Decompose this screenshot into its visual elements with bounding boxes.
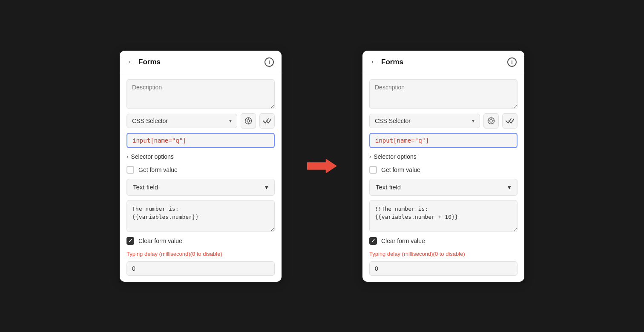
left-typing-delay-label: Typing delay (millisecond)(0 to disable): [126, 250, 275, 257]
right-css-selector-dropdown[interactable]: CSS Selector ▾: [369, 114, 480, 128]
right-panel-header: ← Forms i: [362, 51, 524, 73]
right-selector-options-chevron[interactable]: ›: [369, 153, 371, 160]
right-text-field-chevron-icon: ▾: [508, 183, 511, 191]
right-info-button[interactable]: i: [507, 57, 517, 67]
left-clear-form-row: Clear form value: [126, 236, 275, 246]
left-clear-form-checkbox[interactable]: [126, 237, 134, 245]
right-delay-input[interactable]: [369, 261, 518, 276]
left-get-form-row: Get form value: [126, 165, 275, 175]
right-value-textarea[interactable]: !!The number is: {{variables.number + 10…: [369, 200, 518, 232]
right-get-form-label: Get form value: [381, 166, 420, 173]
left-css-selector-dropdown[interactable]: CSS Selector ▾: [126, 114, 237, 128]
left-back-button[interactable]: ←: [127, 57, 135, 66]
left-delay-input[interactable]: [126, 261, 275, 276]
right-chevron-down-icon: ▾: [472, 118, 474, 124]
right-text-field-dropdown[interactable]: Text field ▾: [369, 179, 518, 196]
left-panel-body: CSS Selector ▾: [120, 73, 282, 282]
right-selector-options-label: Selector options: [374, 153, 416, 160]
right-css-selector-label: CSS Selector: [375, 117, 411, 124]
right-verify-button[interactable]: [502, 113, 518, 129]
left-clear-form-label: Clear form value: [138, 238, 182, 244]
arrow-container: [307, 155, 337, 177]
left-selector-options-chevron[interactable]: ›: [126, 153, 128, 160]
left-text-field-dropdown[interactable]: Text field ▾: [126, 179, 275, 196]
main-container: ← Forms i CSS Selector ▾: [0, 34, 644, 299]
right-panel-body: CSS Selector ▾: [362, 73, 524, 282]
left-verify-button[interactable]: [259, 113, 275, 129]
right-target-button[interactable]: [483, 113, 499, 129]
right-text-field-label: Text field: [376, 183, 401, 191]
left-panel-header: ← Forms i: [120, 51, 282, 73]
left-get-form-checkbox[interactable]: [126, 166, 134, 174]
right-arrow-icon: [307, 155, 337, 177]
left-description-input[interactable]: [126, 79, 275, 109]
right-clear-form-label: Clear form value: [381, 238, 425, 244]
left-panel-title: Forms: [138, 58, 161, 66]
left-text-field-chevron-icon: ▾: [265, 183, 268, 191]
right-get-form-checkbox[interactable]: [369, 166, 377, 174]
right-panel-title: Forms: [381, 58, 403, 66]
left-selector-options-label: Selector options: [131, 153, 173, 160]
left-info-button[interactable]: i: [264, 57, 274, 67]
left-selector-input[interactable]: [126, 133, 275, 148]
right-get-form-row: Get form value: [369, 165, 518, 175]
right-back-button[interactable]: ←: [370, 57, 378, 66]
left-text-field-label: Text field: [133, 183, 158, 191]
left-selector-row: CSS Selector ▾: [126, 113, 275, 129]
svg-marker-6: [307, 159, 337, 174]
right-panel: ← Forms i CSS Selector ▾: [362, 51, 524, 282]
right-clear-form-row: Clear form value: [369, 236, 518, 246]
left-css-selector-label: CSS Selector: [132, 117, 168, 124]
left-chevron-down-icon: ▾: [229, 118, 232, 124]
right-selector-row: CSS Selector ▾: [369, 113, 518, 129]
right-description-input[interactable]: [369, 79, 518, 109]
left-get-form-label: Get form value: [138, 166, 178, 173]
right-selector-options-row: › Selector options: [369, 152, 518, 161]
left-selector-options-row: › Selector options: [126, 152, 275, 161]
right-selector-input[interactable]: [369, 133, 518, 148]
right-clear-form-checkbox[interactable]: [369, 237, 377, 245]
left-panel: ← Forms i CSS Selector ▾: [120, 51, 282, 282]
svg-point-1: [247, 120, 250, 122]
left-value-textarea[interactable]: The number is: {{variables.number}}: [126, 200, 275, 232]
left-target-button[interactable]: [241, 113, 256, 129]
right-typing-delay-label: Typing delay (millisecond)(0 to disable): [369, 250, 518, 257]
svg-point-8: [490, 120, 492, 122]
